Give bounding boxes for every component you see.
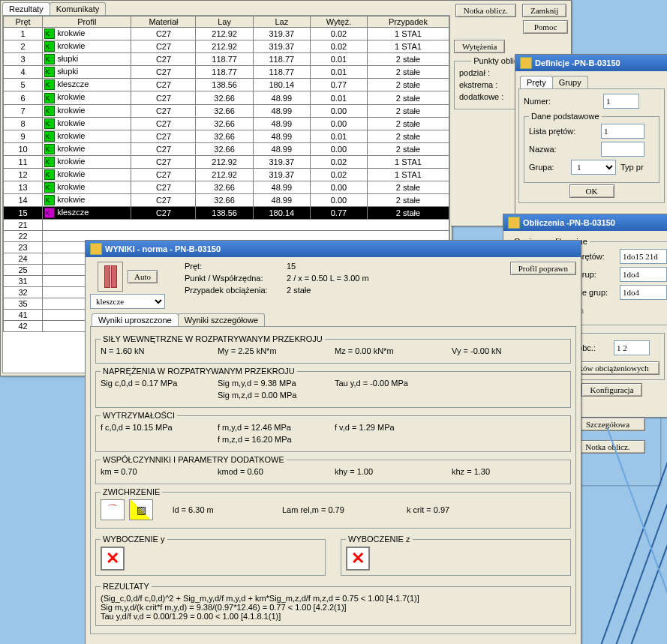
naprezenia-group: NAPRĘŻENIA W ROZPATRYWANYM PRZEKROJU Sig… bbox=[95, 367, 571, 408]
zw-icon-2[interactable]: ▨ bbox=[129, 499, 153, 520]
col-header[interactable]: Wytęż. bbox=[310, 16, 367, 28]
table-row[interactable]: 8KkrokwieC2732.6648.990.002 stałe bbox=[4, 117, 449, 130]
rezultaty-group: REZULTATY (Sig_c,0,d/f c,0,d)^2 + Sig_m,… bbox=[95, 582, 571, 626]
grupa-select[interactable]: 1 bbox=[571, 160, 616, 175]
table-row[interactable]: 4KsłupkiC27118.77118.770.012 stałe bbox=[4, 66, 449, 79]
wyboczenie-y-group: WYBOCZENIE y ✕ bbox=[95, 535, 326, 576]
k-icon: K bbox=[44, 131, 55, 142]
sily-group: SIŁY WEWNĘTRZNE W ROZPATRYWANYM PRZEKROJ… bbox=[95, 334, 571, 364]
red-x-icon: ✕ bbox=[346, 547, 370, 571]
tab-komunikaty[interactable]: Komunikaty bbox=[50, 2, 106, 15]
numer-label: Numer: bbox=[524, 97, 599, 106]
right-buttons: Szczegółowa Notka oblicz. bbox=[570, 418, 660, 485]
wp-input[interactable] bbox=[620, 249, 667, 264]
pomoc-button[interactable]: Pomoc bbox=[523, 20, 568, 34]
szczegolowa-button[interactable]: Szczegółowa bbox=[570, 418, 645, 431]
wmg-input[interactable] bbox=[620, 285, 667, 300]
k-icon: K bbox=[44, 208, 55, 218]
profile-select[interactable]: kleszcze bbox=[90, 294, 165, 309]
table-row[interactable]: 6KkrokwieC2732.6648.990.012 stałe bbox=[4, 91, 449, 104]
table-row[interactable]: 2KkrokwieC27212.92319.370.021 STA1 bbox=[4, 40, 449, 53]
notka2-button[interactable]: Notka oblicz. bbox=[570, 440, 645, 454]
table-row[interactable]: 10KkrokwieC2732.6648.990.002 stałe bbox=[4, 142, 449, 155]
zw-icon-1[interactable]: ⌒ bbox=[101, 499, 125, 520]
table-row[interactable]: 13KkrokwieC2732.6648.990.002 stałe bbox=[4, 181, 449, 194]
window-icon bbox=[90, 243, 102, 255]
nazwa-input[interactable] bbox=[601, 142, 644, 157]
def-ok-button[interactable]: OK bbox=[569, 184, 614, 198]
profile-icon bbox=[98, 262, 123, 292]
k-icon: K bbox=[44, 169, 55, 180]
nazwa-label: Nazwa: bbox=[529, 145, 596, 154]
zamknij-button[interactable]: Zamknij bbox=[522, 4, 566, 17]
col-header[interactable]: Profil bbox=[43, 16, 131, 28]
table-row[interactable]: 12KkrokwieC27212.92319.370.021 STA1 bbox=[4, 169, 449, 181]
table-row[interactable]: 9KkrokwieC2732.6648.990.012 stałe bbox=[4, 130, 449, 142]
table-row[interactable]: 14KkrokwieC2732.6648.990.002 stałe bbox=[4, 194, 449, 207]
table-row[interactable]: 1KkrokwieC27212.92319.370.021 STA1 bbox=[4, 28, 449, 40]
grupa-label: Grupa: bbox=[529, 163, 566, 172]
table-row[interactable]: 3KsłupkiC27118.77118.770.012 stałe bbox=[4, 53, 449, 66]
definicje-title: Definicje -PN-B-03150 bbox=[535, 58, 620, 67]
zwichrzenie-group: ZWICHRZENIE ⌒ ▨ ld = 6.30 m Lam rel,m = … bbox=[95, 487, 571, 529]
col-header[interactable]: Przypadek bbox=[367, 16, 449, 28]
table-row[interactable]: 5KkleszczeC27138.56180.140.772 stałe bbox=[4, 79, 449, 91]
col-header[interactable]: Lay bbox=[196, 16, 253, 28]
wytrzymalosci-group: WYTRZYMAŁOŚCI f c,0,d = 10.15 MPaf m,y,d… bbox=[95, 411, 571, 452]
k-icon: K bbox=[44, 41, 55, 52]
tab-grupy[interactable]: Grupy bbox=[552, 76, 588, 88]
wytezenia-button[interactable]: Wytężenia bbox=[454, 40, 505, 53]
tab-prety[interactable]: Pręty bbox=[520, 76, 553, 88]
definicje-titlebar[interactable]: Definicje -PN-B-03150 bbox=[515, 55, 667, 71]
wspolczynniki-group: WSPÓŁCZYNNIKI I PARAMETRY DODATKOWE km =… bbox=[95, 455, 571, 484]
konfig-button[interactable]: Konfiguracja bbox=[581, 383, 641, 397]
lista-label: Lista prętów: bbox=[529, 127, 596, 136]
k-icon: K bbox=[44, 54, 55, 64]
k-icon: K bbox=[44, 28, 55, 39]
wyniki-titlebar[interactable]: WYNIKI - norma - PN-B-03150 bbox=[86, 241, 581, 257]
col-header[interactable]: Laz bbox=[253, 16, 310, 28]
obliczenia-titlebar[interactable]: Obliczenia -PN-B-03150 bbox=[503, 214, 667, 231]
window-icon bbox=[520, 57, 532, 69]
table-row[interactable]: 15KkleszczeC27138.56180.140.772 stałe bbox=[4, 207, 449, 220]
dane-legend: Dane podstawowe bbox=[529, 112, 602, 121]
typ-label: Typ pr bbox=[620, 163, 644, 172]
k-icon: K bbox=[44, 157, 55, 167]
table-row[interactable]: 21 bbox=[4, 220, 449, 231]
k-icon: K bbox=[44, 67, 55, 77]
k-icon: K bbox=[44, 93, 55, 103]
table-row[interactable]: 7KkrokwieC2732.6648.990.002 stałe bbox=[4, 104, 449, 117]
obliczenia-title: Obliczenia -PN-B-03150 bbox=[523, 218, 615, 227]
wyniki-window: WYNIKI - norma - PN-B-03150 Auto kleszcz… bbox=[85, 240, 581, 644]
red-x-icon: ✕ bbox=[101, 547, 125, 571]
col-header[interactable]: Materiał bbox=[131, 16, 196, 28]
lista-obc-input[interactable] bbox=[614, 340, 650, 355]
notka-button[interactable]: Notka oblicz. bbox=[455, 4, 516, 17]
table-row[interactable]: 11KkrokwieC27212.92319.370.021 STA1 bbox=[4, 155, 449, 168]
definicje-window: Definicje -PN-B-03150 Pręty Grupy Numer:… bbox=[515, 54, 667, 217]
profil-poprawn-button[interactable]: Profil poprawn bbox=[510, 262, 576, 275]
k-icon: K bbox=[44, 182, 55, 193]
auto-button[interactable]: Auto bbox=[128, 270, 158, 283]
k-icon: K bbox=[44, 118, 55, 129]
wyniki-title: WYNIKI - norma - PN-B-03150 bbox=[105, 244, 221, 253]
k-icon: K bbox=[44, 144, 55, 154]
k-icon: K bbox=[44, 106, 55, 116]
tab-wyniki-uproszczone[interactable]: Wyniki uproszczone bbox=[92, 313, 179, 326]
k-icon: K bbox=[44, 79, 55, 90]
k-icon: K bbox=[44, 195, 55, 205]
window-icon bbox=[508, 217, 520, 229]
wg-input[interactable] bbox=[620, 267, 667, 282]
col-header[interactable]: Pręt bbox=[4, 16, 43, 28]
numer-input[interactable] bbox=[603, 94, 639, 109]
tab-wyniki-szczegolowe[interactable]: Wyniki szczegółowe bbox=[178, 313, 265, 326]
tab-rezultaty[interactable]: Rezultaty bbox=[2, 2, 50, 15]
wyboczenie-z-group: WYBOCZENIE z ✕ bbox=[341, 535, 571, 576]
lista-input[interactable] bbox=[601, 124, 644, 139]
